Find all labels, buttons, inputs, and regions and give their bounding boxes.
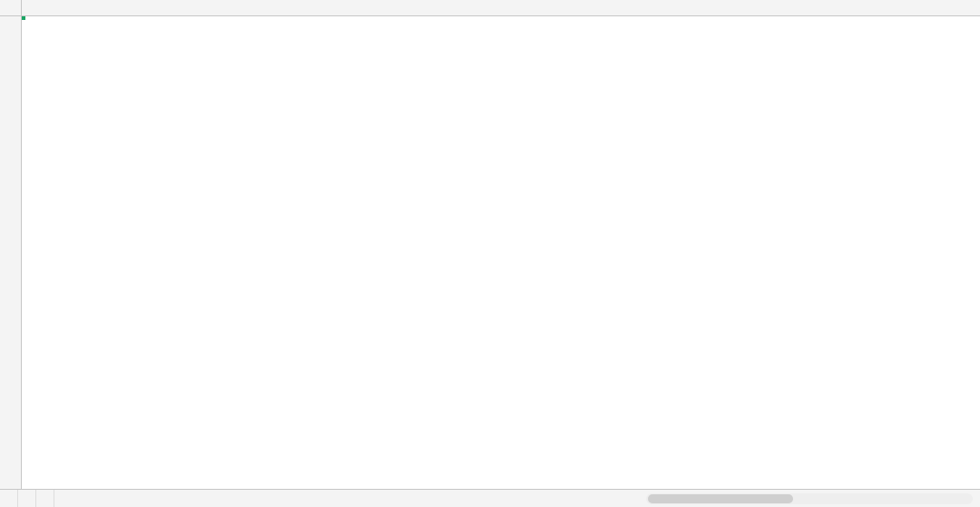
add-sheet-button[interactable]	[54, 490, 73, 507]
horizontal-scrollbar[interactable]	[646, 493, 973, 504]
summary-bar-chart[interactable]	[22, 63, 154, 206]
scrollbar-thumb[interactable]	[648, 494, 793, 503]
tab-nav-first[interactable]	[0, 490, 18, 507]
select-all-corner[interactable]	[0, 0, 22, 15]
tab-nav-next[interactable]	[36, 490, 54, 507]
grid-area[interactable]	[22, 16, 980, 489]
row-headers	[0, 16, 22, 489]
tab-nav-prev[interactable]	[18, 490, 36, 507]
cell-selection-outline	[22, 16, 25, 20]
spreadsheet-app	[0, 0, 980, 507]
column-headers	[0, 0, 980, 16]
sheet-tab-bar	[0, 489, 980, 507]
